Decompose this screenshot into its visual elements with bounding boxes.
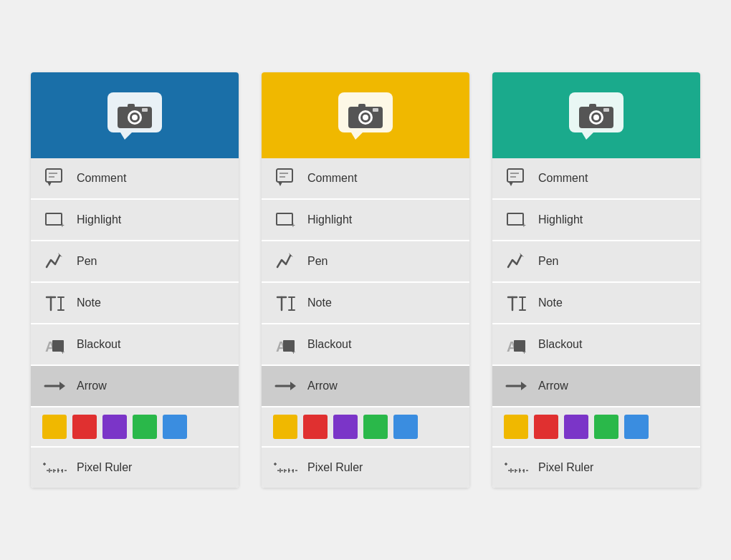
svg-point-41 — [363, 115, 368, 120]
svg-marker-35 — [351, 132, 363, 140]
color-swatch-purple[interactable] — [333, 415, 358, 439]
color-swatch-red[interactable] — [303, 415, 328, 439]
comment-icon — [504, 165, 530, 191]
note-icon — [504, 290, 530, 316]
svg-rect-77 — [603, 108, 609, 112]
svg-rect-82 — [507, 213, 523, 225]
color-swatch-green[interactable] — [363, 415, 388, 439]
menu-item-comment[interactable]: Comment — [262, 158, 469, 200]
svg-rect-10 — [46, 169, 62, 182]
svg-rect-47 — [280, 176, 285, 178]
menu-item-arrow[interactable]: Arrow — [262, 366, 469, 407]
menu-item-blackout[interactable]: A + Blackout — [31, 324, 239, 366]
pen-icon — [42, 248, 68, 274]
color-swatch-purple[interactable] — [102, 415, 127, 439]
color-swatch-blue[interactable] — [624, 415, 649, 439]
panel-teal: Comment + Highlight Pen Note A + Blackou… — [492, 72, 700, 488]
menu-item-comment[interactable]: Comment — [31, 158, 239, 200]
color-swatch-yellow[interactable] — [273, 415, 297, 439]
menu-item-highlight[interactable]: + Highlight — [492, 200, 700, 241]
color-swatch-blue[interactable] — [393, 415, 418, 439]
svg-marker-11 — [47, 182, 52, 186]
svg-text:+: + — [292, 349, 295, 356]
highlight-icon: + — [42, 207, 68, 233]
pen-label: Pen — [538, 255, 558, 268]
svg-rect-76 — [589, 104, 596, 108]
color-swatch-purple[interactable] — [564, 415, 588, 439]
color-swatch-green[interactable] — [133, 415, 157, 439]
svg-rect-9 — [142, 108, 148, 112]
menu-item-note[interactable]: Note — [262, 283, 469, 324]
svg-text:+: + — [291, 221, 295, 229]
pen-label: Pen — [307, 255, 328, 268]
note-icon — [273, 290, 299, 316]
color-swatch-yellow[interactable] — [42, 415, 67, 439]
menu-item-comment[interactable]: Comment — [492, 158, 700, 200]
panel-header-teal — [492, 72, 700, 158]
menu-item-pixel-ruler[interactable]: Pixel Ruler — [31, 448, 239, 488]
menu-item-blackout[interactable]: A + Blackout — [492, 324, 700, 366]
menu-item-pixel-ruler[interactable]: Pixel Ruler — [262, 448, 469, 488]
comment-label: Comment — [307, 172, 357, 185]
svg-marker-94 — [521, 382, 527, 390]
svg-marker-69 — [582, 132, 593, 140]
menu-item-arrow[interactable]: Arrow — [492, 366, 700, 407]
menu-item-note[interactable]: Note — [492, 283, 700, 324]
pixel-ruler-label: Pixel Ruler — [538, 461, 593, 474]
panels-container: Comment + Highlight Pen Note A + Blackou… — [2, 51, 729, 509]
color-swatch-red[interactable] — [534, 415, 558, 439]
menu-item-pen[interactable]: Pen — [262, 241, 469, 283]
svg-rect-12 — [49, 173, 57, 174]
note-icon — [42, 290, 68, 316]
color-row-blue — [31, 407, 239, 448]
svg-marker-1 — [120, 132, 132, 140]
menu-item-note[interactable]: Note — [31, 283, 239, 324]
menu-item-blackout[interactable]: A + Blackout — [262, 324, 469, 366]
menu-item-pen[interactable]: Pen — [31, 241, 239, 283]
blackout-label: Blackout — [307, 338, 351, 351]
svg-point-75 — [593, 115, 599, 120]
menu-items-blue: Comment + Highlight Pen Note A + Blackou… — [31, 158, 239, 488]
svg-rect-8 — [128, 104, 135, 108]
blackout-label: Blackout — [77, 338, 120, 351]
note-label: Note — [77, 296, 101, 309]
svg-rect-14 — [46, 213, 62, 225]
svg-marker-60 — [290, 382, 296, 390]
pen-icon — [273, 248, 299, 274]
menu-item-highlight[interactable]: + Highlight — [31, 200, 239, 241]
svg-rect-13 — [49, 176, 54, 178]
menu-item-pen[interactable]: Pen — [492, 241, 700, 283]
svg-rect-81 — [510, 176, 516, 178]
pen-label: Pen — [77, 255, 97, 268]
menu-item-highlight[interactable]: + Highlight — [262, 200, 469, 241]
menu-item-arrow[interactable]: Arrow — [31, 366, 239, 407]
color-swatch-red[interactable] — [72, 415, 97, 439]
color-row-teal — [492, 407, 700, 448]
color-swatch-green[interactable] — [594, 415, 618, 439]
svg-point-7 — [132, 115, 138, 120]
menu-item-pixel-ruler[interactable]: Pixel Ruler — [492, 448, 700, 488]
note-label: Note — [307, 296, 332, 309]
pixel-ruler-icon — [504, 455, 530, 481]
pixel-ruler-label: Pixel Ruler — [307, 461, 363, 474]
color-swatch-yellow[interactable] — [504, 415, 528, 439]
comment-label: Comment — [538, 172, 588, 185]
highlight-label: Highlight — [77, 213, 121, 226]
pixel-ruler-icon — [273, 455, 299, 481]
svg-rect-78 — [507, 169, 523, 182]
color-swatch-blue[interactable] — [163, 415, 187, 439]
panel-yellow: Comment + Highlight Pen Note A + Blackou… — [262, 72, 469, 488]
highlight-label: Highlight — [307, 213, 352, 226]
comment-label: Comment — [77, 172, 126, 185]
svg-marker-26 — [59, 382, 65, 390]
svg-rect-43 — [373, 108, 378, 112]
arrow-label: Arrow — [77, 380, 107, 392]
pixel-ruler-icon — [42, 455, 68, 481]
svg-rect-44 — [277, 169, 292, 182]
blackout-icon: A + — [504, 332, 530, 357]
svg-text:+: + — [60, 221, 64, 229]
panel-blue: Comment + Highlight Pen Note A + Blackou… — [31, 72, 239, 488]
svg-text:+: + — [522, 349, 526, 356]
color-row-yellow — [262, 407, 469, 448]
panel-header-yellow — [262, 72, 469, 158]
